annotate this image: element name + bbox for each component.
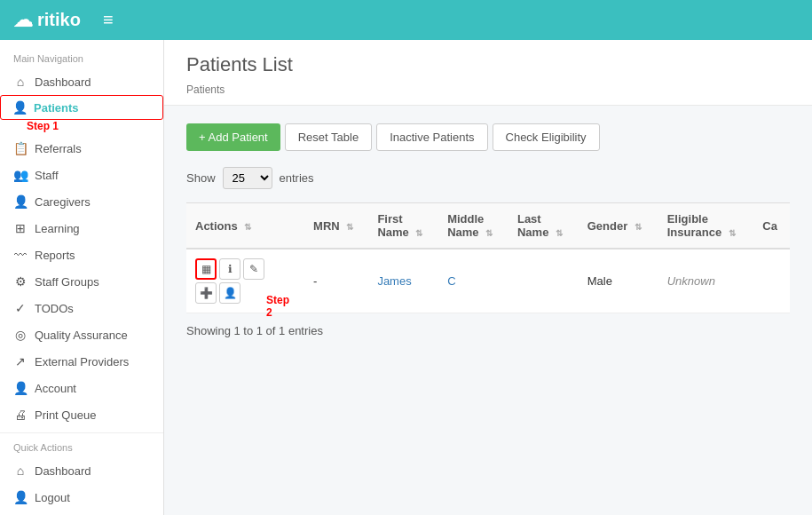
check-eligibility-button[interactable]: Check Eligibility — [493, 123, 600, 151]
entries-select[interactable]: 10 25 50 100 — [223, 167, 272, 189]
account-icon: 👤 — [13, 381, 28, 395]
sidebar-item-learning[interactable]: ⊞ Learning — [0, 215, 163, 242]
col-mrn: MRN ⇅ — [304, 203, 368, 250]
calendar-icon[interactable]: ▦ — [195, 258, 217, 280]
sidebar-item-label: Dashboard — [35, 464, 91, 478]
patient-icon: 👤 — [12, 100, 27, 115]
middlename-sort-icon[interactable]: ⇅ — [485, 228, 493, 238]
cell-ca — [753, 249, 790, 313]
toolbar: + Add Patient Reset Table Inactive Patie… — [186, 123, 790, 151]
page-header: Patients List Patients — [164, 40, 812, 106]
sidebar-item-patients[interactable]: 👤 Patients — [0, 95, 163, 120]
cell-first-name: James — [368, 249, 438, 313]
content-body: + Add Patient Reset Table Inactive Patie… — [164, 106, 812, 355]
qa-icon: ◎ — [13, 328, 28, 342]
sidebar-item-logout[interactable]: 👤 Logout — [0, 484, 163, 511]
sidebar-item-qa-dashboard[interactable]: ⌂ Dashboard — [0, 457, 163, 484]
sidebar-item-referrals[interactable]: 📋 Referrals — [0, 135, 163, 162]
sidebar: Main Navigation ⌂ Dashboard 👤 Patients S… — [0, 40, 164, 515]
print-icon: 🖨 — [13, 408, 28, 422]
learning-icon: ⊞ — [13, 221, 28, 235]
firstname-sort-icon[interactable]: ⇅ — [415, 228, 422, 238]
table-row: ▦ ℹ ✎ ➕ 👤 Step 2 - James — [186, 249, 790, 313]
sidebar-item-reports[interactable]: 〰 Reports — [0, 242, 163, 268]
info-icon[interactable]: ℹ — [219, 258, 240, 280]
todos-icon: ✓ — [13, 301, 28, 315]
mrn-sort-icon[interactable]: ⇅ — [346, 222, 353, 232]
gender-sort-icon[interactable]: ⇅ — [635, 222, 642, 232]
sidebar-item-label: TODOs — [35, 302, 74, 315]
showing-entries-text: Showing 1 to 1 of 1 entries — [186, 324, 790, 337]
cell-mrn: - — [304, 249, 368, 313]
inactive-patients-button[interactable]: Inactive Patients — [376, 123, 487, 151]
col-first-name: FirstName ⇅ — [368, 203, 438, 250]
add-icon[interactable]: ➕ — [195, 282, 217, 304]
col-actions: Actions ⇅ — [186, 203, 304, 250]
sidebar-item-label: Account — [35, 382, 76, 395]
sidebar-divider — [0, 432, 163, 433]
action-icons-group: ▦ ℹ ✎ ➕ 👤 Step 2 — [195, 258, 284, 304]
home-icon: ⌂ — [13, 75, 28, 89]
staff-groups-icon: ⚙ — [13, 274, 28, 289]
edit-icon[interactable]: ✎ — [243, 258, 264, 280]
step1-label: Step 1 — [27, 120, 163, 132]
person-icon[interactable]: 👤 — [219, 282, 240, 304]
sidebar-item-todos[interactable]: ✓ TODOs — [0, 295, 163, 321]
show-label: Show — [186, 171, 216, 185]
step2-label: Step 2 — [266, 294, 289, 319]
col-gender: Gender ⇅ — [579, 203, 658, 250]
logo-text: ritiko — [37, 10, 81, 30]
col-last-name: LastName ⇅ — [508, 203, 579, 250]
main-layout: Main Navigation ⌂ Dashboard 👤 Patients S… — [0, 40, 812, 515]
sidebar-item-label: Learning — [35, 222, 80, 235]
sidebar-item-staff[interactable]: 👥 Staff — [0, 162, 163, 188]
sidebar-item-label: Quality Assurance — [35, 329, 128, 342]
main-nav-title: Main Navigation — [0, 49, 163, 68]
entries-label: entries — [280, 171, 314, 185]
ext-providers-icon: ↗ — [13, 354, 28, 368]
col-eligible-insurance: EligibleInsurance ⇅ — [658, 203, 754, 250]
sidebar-item-label: Staff Groups — [35, 275, 99, 289]
sidebar-item-label: Dashboard — [35, 75, 91, 89]
reset-table-button[interactable]: Reset Table — [285, 123, 372, 151]
quick-actions-title: Quick Actions — [0, 438, 163, 457]
referrals-icon: 📋 — [13, 141, 28, 155]
qa-dashboard-icon: ⌂ — [13, 464, 28, 478]
content-area: Patients List Patients + Add Patient Res… — [164, 40, 812, 515]
sidebar-item-label: External Providers — [35, 355, 129, 368]
cell-eligible-insurance: Unknown — [658, 249, 754, 313]
sidebar-item-staff-groups[interactable]: ⚙ Staff Groups — [0, 268, 163, 295]
cell-actions: ▦ ℹ ✎ ➕ 👤 Step 2 — [186, 249, 304, 313]
staff-icon: 👥 — [13, 168, 28, 182]
cloud-icon: ☁ — [13, 9, 33, 32]
cell-middle-name: C — [438, 249, 508, 313]
col-middle-name: MiddleName ⇅ — [438, 203, 508, 250]
reports-icon: 〰 — [13, 248, 28, 262]
sidebar-item-label: Patients — [34, 101, 79, 115]
add-patient-button[interactable]: + Add Patient — [186, 123, 280, 151]
topbar: ☁ ritiko ≡ — [0, 0, 812, 40]
sidebar-item-label: Print Queue — [35, 408, 96, 422]
sidebar-item-quality-assurance[interactable]: ◎ Quality Assurance — [0, 321, 163, 348]
sidebar-item-account[interactable]: 👤 Account — [0, 375, 163, 401]
cell-last-name — [508, 249, 579, 313]
sidebar-item-label: Reports — [35, 249, 75, 262]
sidebar-item-label: Caregivers — [35, 195, 91, 209]
patients-table: Actions ⇅ MRN ⇅ FirstName ⇅ MiddleName — [186, 202, 790, 313]
logout-icon: 👤 — [13, 490, 28, 504]
sidebar-item-print-queue[interactable]: 🖨 Print Queue — [0, 401, 163, 428]
sidebar-item-caregivers[interactable]: 👤 Caregivers — [0, 188, 163, 215]
cell-gender: Male — [579, 249, 658, 313]
lastname-sort-icon[interactable]: ⇅ — [556, 228, 563, 238]
caregivers-icon: 👤 — [13, 194, 28, 209]
sidebar-item-dashboard[interactable]: ⌂ Dashboard — [0, 68, 163, 95]
middle-name-link[interactable]: C — [447, 274, 455, 288]
col-ca: Ca — [753, 203, 790, 250]
sidebar-item-external-providers[interactable]: ↗ External Providers — [0, 348, 163, 375]
logo: ☁ ritiko — [13, 9, 81, 32]
first-name-link[interactable]: James — [377, 274, 411, 288]
insurance-sort-icon[interactable]: ⇅ — [729, 228, 736, 238]
hamburger-icon[interactable]: ≡ — [103, 10, 114, 30]
actions-sort-icon[interactable]: ⇅ — [244, 222, 251, 232]
show-entries-control: Show 10 25 50 100 entries — [186, 167, 790, 189]
